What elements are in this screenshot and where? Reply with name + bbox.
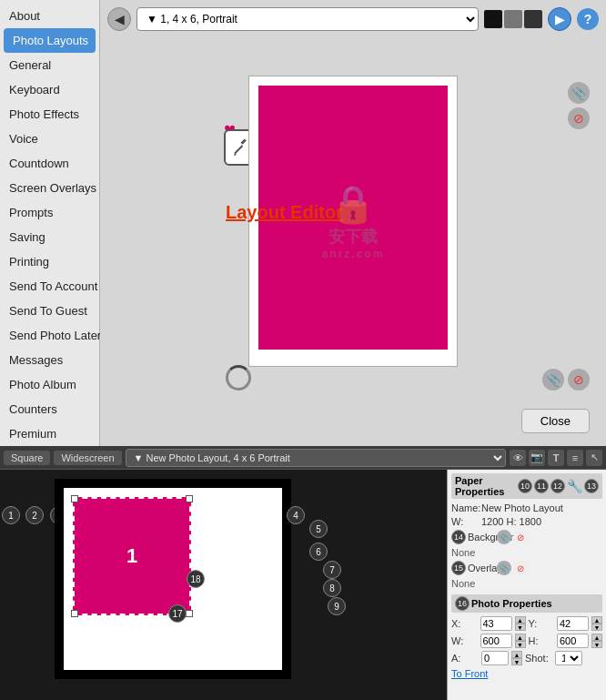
shot-label: Shot: [525,653,552,664]
x-down[interactable]: ▼ [515,624,526,631]
sidebar-item-countdown[interactable]: Countdown [0,151,99,176]
view-btn-black[interactable] [484,10,502,28]
sidebar-item-send-photo-later[interactable]: Send Photo Later [0,323,99,348]
h-down[interactable]: ▼ [591,641,602,648]
sidebar-item-printing[interactable]: Printing [0,249,99,274]
sidebar-item-send-to-account[interactable]: Send To Account [0,274,99,299]
sidebar-item-saving[interactable]: Saving [0,225,99,249]
num-1: 1 [2,506,20,524]
bg-attach-icon[interactable]: 📎 [497,530,511,544]
help-icon[interactable]: ? [577,8,599,30]
next-arrow[interactable]: ▶ [548,7,571,31]
handle-tl[interactable] [71,495,78,502]
sidebar-item-send-to-guest[interactable]: Send To Guest [0,299,99,323]
view-btn-dark[interactable] [524,10,542,28]
sidebar-item-keyboard[interactable]: Keyboard [0,77,99,102]
handle-bl[interactable] [71,610,78,617]
overlay-attach-icon[interactable]: 📎 [497,561,511,575]
w2-up[interactable]: ▲ [515,634,526,641]
y-input[interactable] [557,616,589,631]
bottom-toolbar-icons: 👁 📷 T ≡ ↖ [510,450,602,466]
sidebar-item-counters[interactable]: Counters [0,397,99,421]
camera-icon[interactable]: 📷 [529,450,545,466]
x-stepper: ▲ ▼ [515,616,526,631]
bottom-toolbar: Square Widescreen ▼ New Photo Layout, 4 … [0,446,606,470]
num-5: 5 [309,520,328,538]
sidebar-item-prompts[interactable]: Prompts [0,200,99,225]
a-input[interactable] [481,651,509,665]
w2-input[interactable] [480,634,512,648]
num-14: 14 [451,530,466,544]
attach-icon-bottom[interactable]: 📎 [542,369,564,391]
y-down[interactable]: ▼ [591,624,602,631]
sidebar-item-premium[interactable]: Premium [0,421,99,446]
w2-down[interactable]: ▼ [515,641,526,648]
sidebar-item-photo-effects[interactable]: Photo Effects [0,102,99,127]
paper-properties-title: Paper Properties [455,475,518,497]
num-11: 11 [534,479,549,493]
svg-rect-0 [234,145,243,154]
sidebar-item-messages[interactable]: Messages [0,348,99,372]
x-up[interactable]: ▲ [515,616,526,624]
overlay-label: Overlay: [468,563,495,573]
y-stepper: ▲ ▼ [591,616,602,631]
sidebar-item-photo-album[interactable]: Photo Album [0,372,99,397]
bg-row-inner: 14 Background: 📎 ⊘ [451,530,528,544]
tab-square[interactable]: Square [4,451,50,465]
wrench-icon[interactable]: 🔧 [567,479,582,493]
layout-canvas-area: 1 2 3 1 4 5 [0,470,447,700]
prev-arrow[interactable]: ◀ [107,7,131,31]
w-value: 1200 H: 1800 [481,516,602,527]
layout-dropdown[interactable]: ▼ 1, 4 x 6, Portrait [136,7,479,31]
handle-tr[interactable] [186,495,193,502]
sidebar-item-about[interactable]: About [0,4,99,28]
overlay-no-icon[interactable]: ⊘ [513,561,528,575]
to-front-link[interactable]: To Front [451,668,602,679]
y-label: Y: [529,618,555,629]
eye-icon[interactable]: 👁 [510,450,526,466]
sidebar-item-screen-overlays[interactable]: Screen Overlays [0,176,99,200]
shot-select[interactable]: 1 [555,651,582,665]
close-button[interactable]: Close [521,409,590,433]
view-btn-gray[interactable] [504,10,522,28]
w-label: W: [451,516,479,527]
a-up[interactable]: ▲ [511,651,522,658]
y-up[interactable]: ▲ [591,616,602,624]
align-icon[interactable]: ≡ [567,450,583,466]
canvas-area: 📎 ⊘ ♥ [107,38,599,403]
layout-editor-main: 1 2 3 1 4 5 [0,470,606,700]
cursor-icon[interactable]: ↖ [586,450,602,466]
no-icon-bottom[interactable]: ⊘ [568,369,590,391]
h-input[interactable] [557,634,589,648]
bg-no-icon[interactable]: ⊘ [513,530,528,544]
sidebar-item-voice[interactable]: Voice [0,127,99,151]
x-input[interactable] [480,616,512,631]
bottom-right-icons: 📎 ⊘ [542,369,590,391]
sidebar-item-general[interactable]: General [0,53,99,77]
tab-widescreen[interactable]: Widescreen [54,451,121,465]
num-15: 15 [451,561,466,575]
num-2: 2 [25,506,44,524]
a-stepper: ▲ ▼ [511,651,522,665]
a-down[interactable]: ▼ [511,658,522,665]
overlay-value: None [451,578,475,589]
handle-br[interactable] [186,610,193,617]
sidebar: About Photo Layouts General Keyboard Pho… [0,0,100,446]
num-16: 16 [455,596,470,611]
layout-name-select[interactable]: ▼ New Photo Layout, 4 x 6 Portrait [126,449,506,467]
xy-row: X: ▲ ▼ Y: ▲ ▼ [451,616,602,631]
bottom-panel: Square Widescreen ▼ New Photo Layout, 4 … [0,446,606,700]
h-up[interactable]: ▲ [591,634,602,641]
w2-stepper: ▲ ▼ [515,634,526,648]
paper-header-icons: 10 11 12 🔧 13 [518,479,599,493]
properties-panel: Paper Properties 10 11 12 🔧 13 Name: New… [447,470,606,700]
text-icon[interactable]: T [548,450,564,466]
num-9: 9 [328,597,346,615]
attach-icon[interactable]: 📎 [568,82,590,104]
sidebar-item-photo-layouts[interactable]: Photo Layouts [4,28,96,53]
wh2-row: W: ▲ ▼ H: ▲ ▼ [451,634,602,648]
no-icon[interactable]: ⊘ [568,107,590,129]
layout-pink-photo-box[interactable]: 1 [73,497,191,615]
num-7: 7 [323,561,341,579]
a-label: A: [451,653,479,664]
